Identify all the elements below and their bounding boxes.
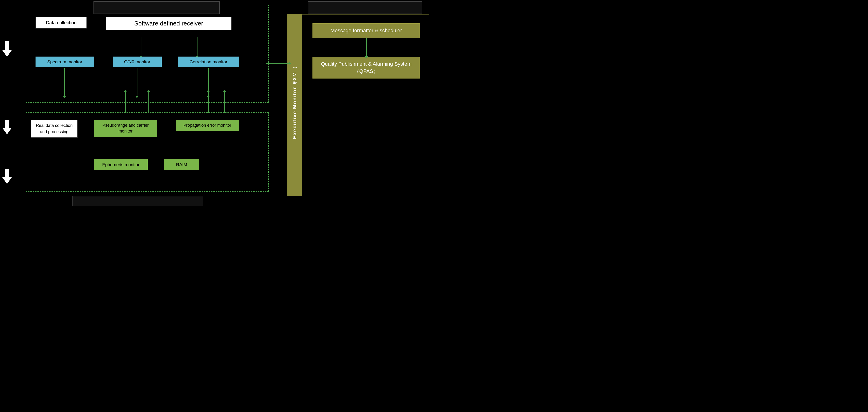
spectrum-monitor-box: Spectrum monitor <box>35 57 94 67</box>
bottom-placeholder-box <box>72 196 203 206</box>
arrow-sdr-left <box>141 37 142 56</box>
diagram-area: Data collection Software defined receive… <box>14 0 275 206</box>
propagation-box: Propagation error monitor <box>176 120 239 131</box>
arrow-sdr-right <box>197 37 197 56</box>
software-defined-receiver-box: Software defined receiver <box>106 17 232 30</box>
correlation-monitor-box: Correlation monitor <box>178 57 239 67</box>
bottom-section: Real data collection and processing Pseu… <box>26 112 269 192</box>
arrow-corr-up <box>224 92 225 113</box>
left-arrows <box>0 0 14 206</box>
exec-top-placeholder <box>308 1 422 14</box>
real-data-box: Real data collection and processing <box>31 120 78 138</box>
arrow-spectrum-down <box>64 68 65 96</box>
cn0-monitor-box: C/N0 monitor <box>113 57 162 67</box>
message-formatter-box: Message formatter & scheduler <box>312 23 420 38</box>
pseudorange-box: Pseudorange and carrier monitor <box>94 120 157 137</box>
ephemeris-box: Ephemeris monitor <box>94 159 148 170</box>
top-placeholder-box <box>93 1 220 14</box>
top-section: Data collection Software defined receive… <box>26 5 269 103</box>
h-arrow-to-exec <box>266 63 289 64</box>
arrow-msg-down <box>366 38 367 57</box>
executive-monitor-section: Executive Monitor （EXM） Message formatte… <box>275 0 434 206</box>
arrow-cn0-down <box>137 68 137 96</box>
main-container: Data collection Software defined receive… <box>0 0 434 206</box>
arrow-pseudo-up <box>125 92 126 113</box>
raim-box: RAIM <box>164 159 199 170</box>
arrow-msg-down-container <box>312 38 420 57</box>
quality-publishment-box: Quality Publishment & Alarming System （Q… <box>312 57 420 79</box>
arrow-prop-up <box>208 92 209 113</box>
exec-monitor-label: Executive Monitor （EXM） <box>287 14 302 196</box>
arrow-cn0-up <box>148 92 149 113</box>
exec-right-panel: Message formatter & scheduler Quality Pu… <box>312 23 420 78</box>
data-collection-box: Data collection <box>35 17 87 29</box>
